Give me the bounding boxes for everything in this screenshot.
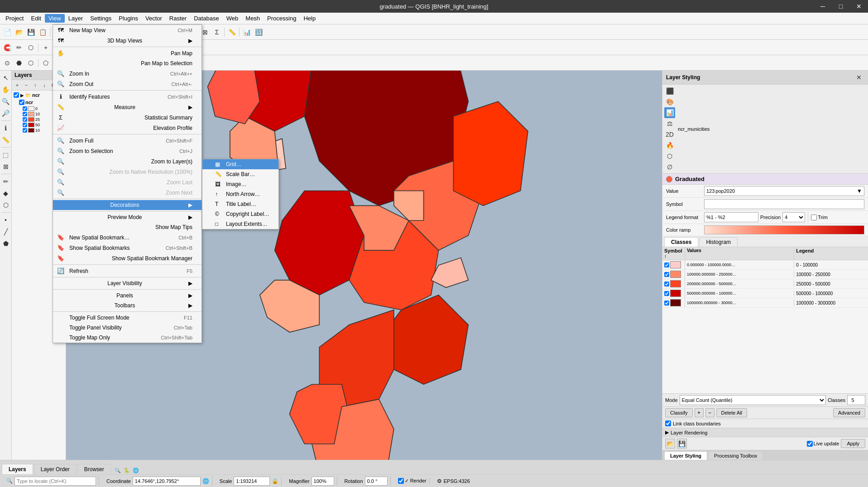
style-graduated-btn[interactable]: 📊 xyxy=(664,107,675,118)
style-2d-btn[interactable]: 2D xyxy=(664,129,675,140)
live-update-check[interactable] xyxy=(807,441,813,447)
remove-class-btn[interactable]: − xyxy=(705,408,715,417)
style-save-btn[interactable]: 💾 xyxy=(677,439,687,449)
classify-btn[interactable]: Classify xyxy=(665,408,693,417)
open-project-btn[interactable]: 📂 xyxy=(14,27,24,38)
advanced-btn[interactable]: Advanced xyxy=(833,408,865,417)
sub-copyright[interactable]: © Copyright Label… xyxy=(202,209,278,219)
precision-select[interactable]: 401235 xyxy=(782,212,805,222)
menu-bookmark-mgr[interactable]: 🔖 Show Spatial Bookmark Manager xyxy=(53,253,201,263)
menu-view[interactable]: View xyxy=(45,14,65,23)
reshape-btn[interactable]: ⬠ xyxy=(40,57,51,68)
coordinate-input[interactable] xyxy=(133,477,201,486)
edit-tool[interactable]: ✏ xyxy=(0,176,11,187)
menu-3d-map-views[interactable]: 🗺 3D Map Views ▶ xyxy=(53,35,201,46)
style-load-btn[interactable]: 📂 xyxy=(665,439,675,449)
menu-new-map-view[interactable]: 🗺 New Map View Ctrl+M xyxy=(53,25,201,35)
menu-new-bookmark[interactable]: 🔖 New Spatial Bookmark… Ctrl+B xyxy=(53,232,201,243)
snap-tol-btn[interactable]: ⊙ xyxy=(2,57,13,68)
node-tool[interactable]: ◆ xyxy=(0,188,11,199)
menu-edit[interactable]: Edit xyxy=(27,14,44,23)
layers-down-btn[interactable]: ↓ xyxy=(40,81,48,89)
tab-layer-styling[interactable]: Layer Styling xyxy=(664,451,707,460)
pan-tool[interactable]: ✋ xyxy=(0,84,11,95)
python-btn[interactable]: 🐍 xyxy=(123,466,131,474)
new-project-btn[interactable]: 📄 xyxy=(2,27,13,38)
menu-help[interactable]: Help xyxy=(300,14,319,23)
rotation-status-input[interactable] xyxy=(365,477,388,486)
class-row-0-check[interactable] xyxy=(664,263,669,267)
menu-layer[interactable]: Layer xyxy=(65,14,87,23)
add-feature-btn[interactable]: + xyxy=(40,42,51,53)
add-class-btn[interactable]: + xyxy=(695,408,704,417)
style-categorized-btn[interactable]: 🎨 xyxy=(664,96,675,107)
class-row-2-check[interactable] xyxy=(664,282,669,286)
tab-classes[interactable]: Classes xyxy=(664,237,698,247)
menu-raster[interactable]: Raster xyxy=(166,14,190,23)
tab-histogram[interactable]: Histogram xyxy=(699,237,738,247)
layer-group-ncr-check[interactable] xyxy=(14,92,19,98)
menu-show-map-tips[interactable]: Show Map Tips xyxy=(53,222,201,232)
menu-layer-visibility[interactable]: Layer Visibility ▶ xyxy=(53,278,201,288)
menu-zoom-in[interactable]: 🔍 Zoom In Ctrl+Alt++ xyxy=(53,68,201,79)
measure-tool[interactable]: 📏 xyxy=(0,134,11,145)
menu-show-bookmarks[interactable]: 🔖 Show Spatial Bookmarks Ctrl+Shift+B xyxy=(53,243,201,253)
menu-preview-mode[interactable]: Preview Mode ▶ xyxy=(53,212,201,222)
value-field-display[interactable]: 123 pop2020 ▼ xyxy=(704,186,864,196)
layers-remove-btn[interactable]: − xyxy=(22,81,30,89)
apply-btn[interactable]: Apply xyxy=(841,439,865,448)
field-calc-btn[interactable]: 🔢 xyxy=(253,27,264,38)
snap-btn[interactable]: 🧲 xyxy=(2,42,13,53)
sub-title-label[interactable]: T Title Label… xyxy=(202,199,278,209)
topol-btn[interactable]: ⬣ xyxy=(14,57,24,68)
save-as-btn[interactable]: 📋 xyxy=(37,27,48,38)
save-project-btn[interactable]: 💾 xyxy=(25,27,36,38)
style-cluster-btn[interactable]: ⬡ xyxy=(664,151,675,162)
zoom-out-tool[interactable]: 🔎 xyxy=(0,108,11,119)
layer-municities-check[interactable] xyxy=(19,100,24,105)
link-classes-check[interactable] xyxy=(665,420,671,426)
class-2-check[interactable] xyxy=(23,117,27,122)
menu-settings[interactable]: Settings xyxy=(86,14,115,23)
sub-image[interactable]: 🖼 Image… xyxy=(202,179,278,189)
menu-decorations[interactable]: Decorations ▶ xyxy=(53,200,201,210)
class-1-check[interactable] xyxy=(23,112,27,116)
locate-btn[interactable]: 🔍 xyxy=(114,466,122,474)
deselect-tool[interactable]: ⊠ xyxy=(0,161,11,172)
zoom-in-tool[interactable]: 🔍 xyxy=(0,96,11,107)
minimize-btn[interactable]: ─ xyxy=(814,0,832,13)
locate-input[interactable] xyxy=(14,477,96,486)
menu-map-only[interactable]: Toggle Map Only Ctrl+Shift+Tab xyxy=(53,333,201,343)
render-check[interactable] xyxy=(398,478,404,484)
menu-processing[interactable]: Processing xyxy=(264,14,300,23)
bottom-tab-layer-order[interactable]: Layer Order xyxy=(34,464,77,474)
tab-processing-toolbox[interactable]: Processing Toolbox xyxy=(708,451,763,460)
menu-refresh[interactable]: 🔄 Refresh F5 xyxy=(53,266,201,276)
menu-measure[interactable]: 📏 Measure ▶ xyxy=(53,102,201,112)
class-4-check[interactable] xyxy=(23,128,27,133)
edit-btn[interactable]: ✏ xyxy=(14,42,24,53)
class-3-check[interactable] xyxy=(23,123,27,127)
layers-add-btn[interactable]: + xyxy=(13,81,21,89)
value-dropdown-icon[interactable]: ▼ xyxy=(857,188,862,194)
menu-plugins[interactable]: Plugins xyxy=(115,14,142,23)
style-none-btn[interactable]: ∅ xyxy=(664,162,675,172)
color-ramp-bar[interactable] xyxy=(704,225,864,234)
close-btn[interactable]: ✕ xyxy=(850,0,868,13)
attr-table-btn[interactable]: 📊 xyxy=(241,27,252,38)
menu-web[interactable]: Web xyxy=(223,14,242,23)
web-btn[interactable]: 🌐 xyxy=(132,466,140,474)
sub-scale-bar[interactable]: 📏 Scale Bar… xyxy=(202,169,278,179)
add-poly-tool[interactable]: ⬟ xyxy=(0,238,11,249)
sub-north-arrow[interactable]: ↑ North Arrow… xyxy=(202,189,278,199)
add-point-tool[interactable]: • xyxy=(0,215,11,225)
class-0-check[interactable] xyxy=(23,106,27,111)
digitize-btn[interactable]: ⬡ xyxy=(25,42,36,53)
layers-up-btn[interactable]: ↑ xyxy=(31,81,39,89)
legend-format-input[interactable] xyxy=(704,212,758,222)
maximize-btn[interactable]: □ xyxy=(832,0,850,13)
sub-layout-extents[interactable]: □ Layout Extents… xyxy=(202,219,278,229)
style-heatmap-btn[interactable]: 🔥 xyxy=(664,140,675,151)
stats-btn[interactable]: Σ xyxy=(211,27,222,38)
menu-project[interactable]: Project xyxy=(2,14,27,23)
